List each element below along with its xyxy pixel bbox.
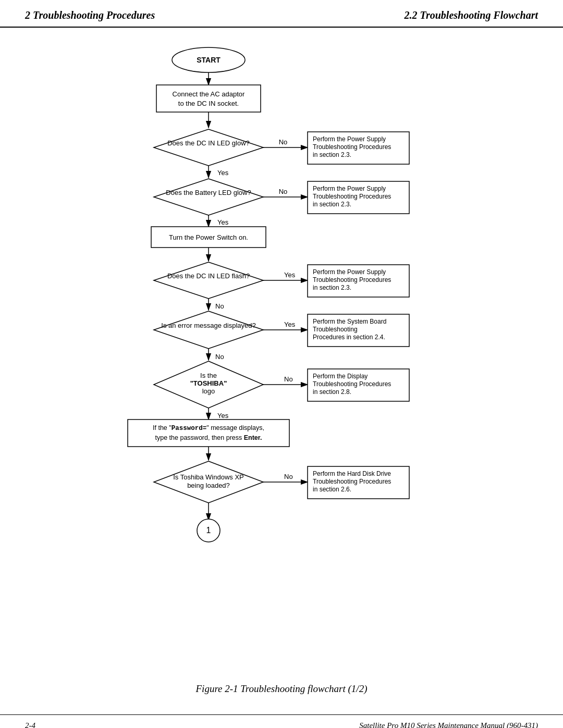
header-left: 2 Troubleshooting Procedures [25,9,155,21]
svg-text:Is the: Is the [200,372,217,379]
svg-text:Procedures in section 2.4.: Procedures in section 2.4. [313,334,385,341]
svg-text:Connect the AC adaptor: Connect the AC adaptor [173,90,245,98]
svg-text:No: No [284,375,293,383]
svg-text:Troubleshooting: Troubleshooting [313,326,358,333]
svg-text:in section 2.3.: in section 2.3. [313,284,351,291]
svg-text:No: No [284,473,293,480]
svg-text:Perform the Hard Disk Drive: Perform the Hard Disk Drive [313,470,391,477]
header-right: 2.2 Troubleshooting Flowchart [404,9,538,21]
svg-text:Turn the Power Switch on.: Turn the Power Switch on. [169,233,248,241]
manual-title: Satellite Pro M10 Series Maintenance Man… [359,721,538,728]
svg-text:type the password, then press : type the password, then press Enter. [155,434,262,441]
svg-text:Perform the Display: Perform the Display [313,373,368,380]
page-header: 2 Troubleshooting Procedures 2.2 Trouble… [0,0,563,28]
svg-text:in section 2.8.: in section 2.8. [313,388,351,396]
svg-rect-63 [128,419,289,447]
svg-text:START: START [197,56,221,64]
svg-text:Troubleshooting Procedures: Troubleshooting Procedures [313,478,391,485]
svg-text:Perform the System Board: Perform the System Board [313,318,386,325]
svg-marker-8 [154,129,263,166]
main-content: START Connect the AC adaptor to the DC I… [0,28,563,728]
svg-text:Is Toshiba Windows XP: Is Toshiba Windows XP [173,473,244,481]
svg-rect-4 [156,85,261,112]
page-number: 2-4 [25,721,35,728]
svg-marker-18 [154,179,263,215]
svg-text:in section 2.3.: in section 2.3. [313,201,351,208]
svg-text:"TOSHIBA": "TOSHIBA" [190,379,227,387]
svg-text:Troubleshooting Procedures: Troubleshooting Procedures [313,143,391,151]
svg-text:Troubleshooting Procedures: Troubleshooting Procedures [313,276,391,283]
svg-text:Yes: Yes [284,271,296,279]
svg-text:Troubleshooting Procedures: Troubleshooting Procedures [313,380,391,388]
svg-text:Yes: Yes [217,412,229,419]
svg-marker-41 [154,311,263,349]
svg-text:If the "Password=" message dis: If the "Password=" message displays, [153,424,264,432]
svg-text:No: No [215,353,224,361]
svg-text:1: 1 [206,526,211,535]
svg-text:Does the DC IN LED flash?: Does the DC IN LED flash? [167,272,250,280]
svg-text:Is an error message displayed?: Is an error message displayed? [161,322,255,329]
svg-text:logo: logo [202,387,215,395]
flowchart: START Connect the AC adaptor to the DC I… [47,38,516,674]
svg-text:being loaded?: being loaded? [187,482,230,489]
svg-text:No: No [279,138,288,146]
svg-text:Yes: Yes [217,218,229,226]
svg-text:Troubleshooting Procedures: Troubleshooting Procedures [313,193,391,200]
figure-caption: Figure 2-1 Troubleshooting flowchart (1/… [196,683,368,695]
svg-text:Yes: Yes [284,320,296,328]
svg-marker-31 [154,262,263,299]
flowchart-svg: START Connect the AC adaptor to the DC I… [47,38,516,674]
svg-text:Perform the Power Supply: Perform the Power Supply [313,135,386,143]
svg-text:No: No [215,302,224,310]
svg-text:Does the Battery LED glow?: Does the Battery LED glow? [166,189,251,196]
svg-text:Perform the Power Supply: Perform the Power Supply [313,268,386,276]
svg-text:in section 2.6.: in section 2.6. [313,486,351,493]
page-footer: 2-4 Satellite Pro M10 Series Maintenance… [0,714,563,728]
svg-text:in section 2.3.: in section 2.3. [313,151,351,158]
svg-text:Does the DC IN LED glow?: Does the DC IN LED glow? [167,139,250,147]
svg-text:No: No [279,188,288,195]
svg-text:Yes: Yes [217,169,229,177]
svg-text:Perform the Power Supply: Perform the Power Supply [313,185,386,192]
svg-text:to the DC IN socket.: to the DC IN socket. [178,100,239,107]
